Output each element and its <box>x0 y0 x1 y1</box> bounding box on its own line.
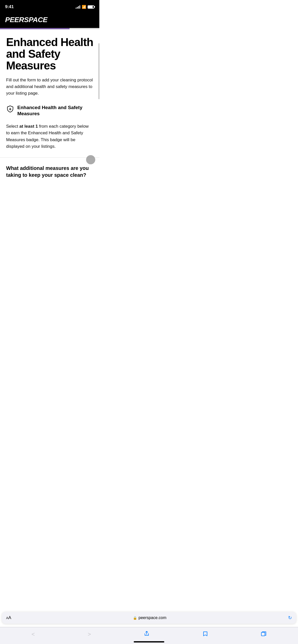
section-heading-text: What additional measures are you taking … <box>6 165 89 178</box>
scrollbar[interactable] <box>99 43 99 99</box>
wifi-icon: 📶 <box>82 5 86 9</box>
signal-icon <box>76 5 80 9</box>
scroll-indicator[interactable] <box>86 155 95 164</box>
status-bar: 9:41 📶 <box>0 0 99 13</box>
shield-icon <box>6 105 14 114</box>
page-title: Enhanced Health and Safety Measures <box>6 36 93 72</box>
logo: PEERSPACE <box>5 16 94 24</box>
select-prefix: Select <box>6 124 19 129</box>
header: PEERSPACE <box>0 13 99 28</box>
badge-title: Enhanced Health and Safety Measures <box>17 105 93 117</box>
status-time: 9:41 <box>5 4 14 9</box>
section-divider <box>0 157 99 158</box>
main-content: Enhanced Health and Safety Measures Fill… <box>0 29 99 185</box>
status-icons: 📶 <box>76 5 94 9</box>
section-heading: What additional measures are you taking … <box>6 165 93 179</box>
select-bold: at least 1 <box>19 124 38 129</box>
select-description: Select at least 1 from each category bel… <box>6 123 93 150</box>
battery-icon <box>88 5 94 9</box>
page-description: Fill out the form to add your cleaning p… <box>6 77 93 97</box>
badge-section: Enhanced Health and Safety Measures <box>6 105 93 117</box>
